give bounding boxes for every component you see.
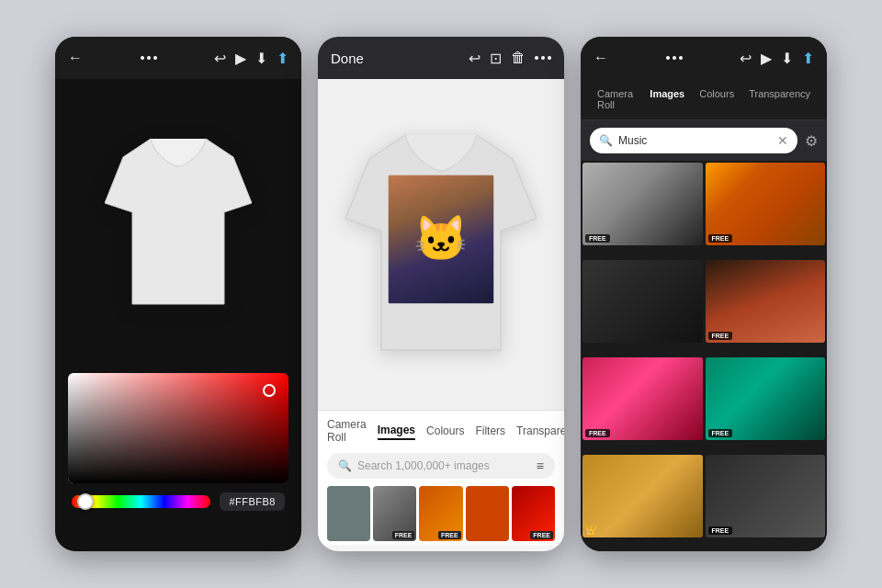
badge-free-r4: FREE bbox=[708, 332, 733, 340]
search-icon-right: 🔍 bbox=[599, 134, 613, 147]
left-toolbar: ← ↩ ▶ ⬇ ⬆ bbox=[55, 37, 301, 79]
tab-images-right[interactable]: Images bbox=[642, 85, 692, 114]
tab-transparency-right[interactable]: Transparency bbox=[741, 85, 818, 114]
hue-row: #FFBFB8 bbox=[68, 492, 288, 511]
phone-right: ← ↩ ▶ ⬇ ⬆ Camera Roll Images Colours Tra… bbox=[581, 37, 827, 551]
search-row-mid: 🔍 Search 1,000,000+ images ≡ bbox=[327, 453, 555, 479]
badge-free-r8: FREE bbox=[708, 526, 733, 535]
image-cell-6[interactable]: FREE bbox=[706, 357, 826, 440]
phone-middle: Done ↩ ⊡ 🗑 🐱 bbox=[318, 37, 564, 551]
screens-container: ← ↩ ▶ ⬇ ⬆ bbox=[55, 37, 827, 551]
mid-toolbar-icons: ↩ ⊡ 🗑 bbox=[469, 50, 551, 67]
tshirt-canvas-left bbox=[55, 79, 301, 364]
tshirt-svg-left bbox=[105, 130, 252, 313]
image-cell-1[interactable]: FREE bbox=[582, 163, 703, 245]
tab-images-mid[interactable]: Images bbox=[378, 424, 415, 440]
tab-camera-roll-mid[interactable]: Camera Roll bbox=[327, 418, 367, 446]
cat-photo: 🐱 bbox=[389, 175, 494, 303]
hue-thumb bbox=[77, 493, 94, 510]
tshirt-wrapper: 🐱 bbox=[340, 123, 542, 366]
badge-free-2: FREE bbox=[392, 531, 415, 539]
search-right-bar[interactable]: 🔍 Music ✕ bbox=[590, 128, 797, 153]
badge-free-r1: FREE bbox=[585, 234, 610, 243]
play-icon-right[interactable]: ▶ bbox=[761, 50, 772, 67]
badge-crown-r7: 👑 bbox=[585, 525, 596, 535]
image-cell-2[interactable]: FREE bbox=[706, 163, 826, 245]
share-icon[interactable]: ⬆ bbox=[277, 50, 288, 67]
search-icon-mid: 🔍 bbox=[338, 459, 352, 472]
image-thumb-5[interactable]: FREE bbox=[512, 486, 555, 541]
more-icon-right[interactable] bbox=[666, 56, 683, 60]
filter-btn-right[interactable]: ⚙ bbox=[805, 132, 818, 150]
gradient-cursor bbox=[263, 384, 276, 397]
toolbar-right-icons: ↩ ▶ ⬇ ⬆ bbox=[214, 50, 288, 67]
undo-icon[interactable]: ↩ bbox=[214, 50, 226, 67]
tshirt-canvas-mid: 🐱 bbox=[318, 79, 564, 410]
gradient-brightness bbox=[68, 373, 288, 483]
color-gradient[interactable] bbox=[68, 373, 288, 483]
bottom-panel-mid: Camera Roll Images Colours Filters Trans… bbox=[318, 410, 564, 545]
badge-free-r6: FREE bbox=[708, 429, 733, 437]
phone-left: ← ↩ ▶ ⬇ ⬆ bbox=[55, 37, 301, 551]
back-icon[interactable]: ← bbox=[68, 50, 83, 66]
play-icon[interactable]: ▶ bbox=[235, 50, 246, 67]
hue-slider[interactable] bbox=[72, 495, 210, 508]
done-button[interactable]: Done bbox=[331, 51, 364, 66]
tab-colours-mid[interactable]: Colours bbox=[426, 424, 464, 439]
tab-transparency-mid[interactable]: Transparency bbox=[516, 424, 564, 439]
more-icon[interactable] bbox=[141, 56, 157, 60]
image-cell-8[interactable]: FREE bbox=[706, 455, 826, 537]
mid-toolbar: Done ↩ ⊡ 🗑 bbox=[318, 37, 564, 79]
clear-icon-right[interactable]: ✕ bbox=[777, 133, 788, 148]
image-thumb-3[interactable]: FREE bbox=[419, 486, 462, 541]
crop-icon[interactable]: ⊡ bbox=[490, 50, 502, 67]
share-icon-right[interactable]: ⬆ bbox=[802, 50, 814, 67]
image-thumb-4[interactable] bbox=[466, 486, 509, 541]
tab-colours-right[interactable]: Colours bbox=[692, 85, 741, 114]
image-cell-3[interactable] bbox=[582, 260, 703, 343]
tab-filters-mid[interactable]: Filters bbox=[475, 424, 505, 439]
delete-icon[interactable]: 🗑 bbox=[511, 50, 526, 66]
image-thumb-1[interactable] bbox=[327, 486, 370, 541]
download-icon[interactable]: ⬇ bbox=[255, 50, 267, 67]
image-cell-5[interactable]: FREE bbox=[582, 357, 703, 440]
image-thumb-2[interactable]: FREE bbox=[373, 486, 416, 541]
image-grid-mid: FREE FREE FREE bbox=[327, 486, 555, 541]
filter-icon-mid[interactable]: ≡ bbox=[537, 458, 544, 473]
undo-icon-mid[interactable]: ↩ bbox=[469, 50, 481, 67]
badge-free-r5: FREE bbox=[585, 429, 610, 437]
right-content: Camera Roll Images Colours Transparency … bbox=[581, 79, 827, 551]
more-icon-mid[interactable] bbox=[535, 56, 551, 60]
tab-row-mid: Camera Roll Images Colours Filters Trans… bbox=[327, 418, 555, 446]
color-picker-panel: #FFBFB8 bbox=[55, 364, 301, 520]
search-text-right: Music bbox=[618, 134, 772, 147]
tab-camera-roll-right[interactable]: Camera Roll bbox=[590, 85, 642, 114]
image-cell-4[interactable]: FREE bbox=[706, 260, 826, 343]
right-toolbar-icons: ↩ ▶ ⬇ ⬆ bbox=[740, 50, 814, 67]
download-icon-right[interactable]: ⬇ bbox=[781, 50, 793, 67]
badge-free-3: FREE bbox=[438, 531, 461, 539]
undo-icon-right[interactable]: ↩ bbox=[740, 50, 752, 67]
hex-value[interactable]: #FFBFB8 bbox=[220, 492, 285, 511]
image-cell-7[interactable]: 👑 bbox=[582, 455, 703, 537]
search-placeholder-mid[interactable]: Search 1,000,000+ images bbox=[357, 459, 531, 472]
search-right-panel: 🔍 Music ✕ ⚙ bbox=[581, 120, 827, 161]
badge-free-r2: FREE bbox=[708, 234, 733, 243]
cat-image[interactable]: 🐱 bbox=[389, 175, 494, 303]
back-icon-right[interactable]: ← bbox=[594, 50, 608, 66]
badge-free-5: FREE bbox=[530, 531, 553, 539]
right-toolbar: ← ↩ ▶ ⬇ ⬆ bbox=[581, 37, 827, 79]
image-grid-right: FREE FREE FREE FREE FREE bbox=[581, 161, 827, 551]
nav-tabs-right: Camera Roll Images Colours Transparency bbox=[581, 79, 827, 120]
